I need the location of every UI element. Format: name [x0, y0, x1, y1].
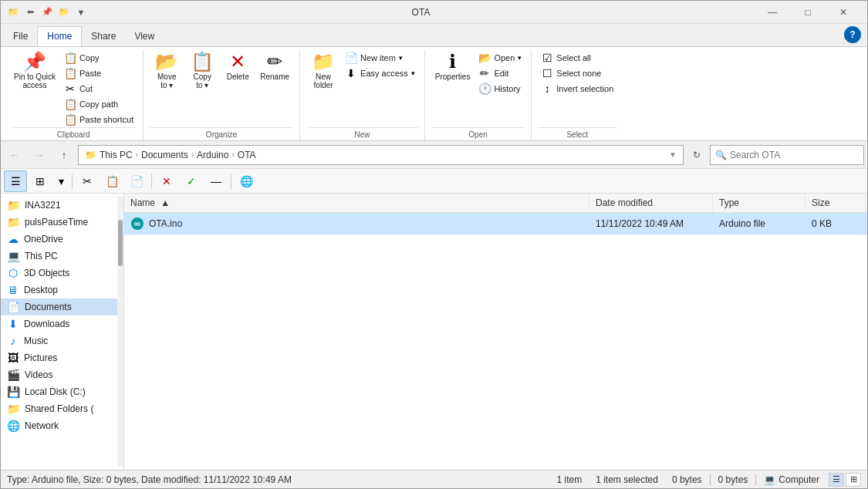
easy-access-button[interactable]: ⬇ Easy access ▾: [342, 66, 418, 81]
header-name[interactable]: Name ▲: [124, 194, 589, 212]
copy-button[interactable]: 📋 Copy: [61, 50, 137, 66]
sidebar-item-localc[interactable]: 💾 Local Disk (C:): [1, 383, 117, 400]
edit-icon: ✏: [478, 67, 491, 79]
copy-path-button[interactable]: 📋 Copy path: [61, 96, 137, 112]
up-button[interactable]: ↑: [53, 144, 75, 166]
addr-dropdown[interactable]: ▼: [669, 150, 677, 159]
view-paste-button[interactable]: 📄: [125, 170, 148, 192]
header-size[interactable]: Size: [806, 194, 867, 212]
sidebar-item-3dobjects[interactable]: ⬡ 3D Objects: [1, 265, 117, 282]
status-size: 0 bytes: [672, 474, 702, 485]
sidebar-scrollbar[interactable]: [117, 197, 123, 467]
view-minus-button[interactable]: —: [204, 170, 228, 192]
history-button[interactable]: 🕐 History: [475, 81, 525, 96]
rename-button[interactable]: ✏ Rename: [256, 50, 293, 83]
back-button[interactable]: ←: [4, 144, 25, 166]
status-computer: Computer: [778, 474, 819, 485]
window-controls: — □ ✕: [755, 1, 861, 24]
maximize-button[interactable]: □: [790, 1, 826, 24]
tab-home[interactable]: Home: [37, 26, 82, 46]
open-content: ℹ Properties 📂 Open ▾ ✏ Edit 🕐 History: [431, 50, 525, 127]
tab-file[interactable]: File: [4, 26, 37, 46]
refresh-button[interactable]: ↻: [687, 145, 707, 165]
properties-button[interactable]: ℹ Properties: [431, 50, 475, 83]
view-cut-button[interactable]: ✂: [76, 170, 99, 192]
edit-button[interactable]: ✏ Edit: [475, 66, 525, 81]
invert-selection-button[interactable]: ↕ Invert selection: [538, 81, 616, 96]
dropdown-icon[interactable]: ▼: [75, 6, 87, 19]
status-right-size: 0 bytes: [718, 474, 748, 485]
header-type[interactable]: Type: [713, 194, 806, 212]
pictures-icon: 🖼: [7, 352, 19, 364]
sidebar-item-pulspausetime[interactable]: 📁 pulsPauseTime: [1, 214, 117, 231]
sidebar-item-desktop[interactable]: 🖥 Desktop: [1, 282, 117, 298]
paste-button[interactable]: 📋 Paste: [61, 66, 137, 81]
delete-button[interactable]: ✕ Delete: [221, 50, 255, 83]
view-delete-button[interactable]: ✕: [155, 170, 178, 192]
sidebar-item-music[interactable]: ♪ Music: [1, 332, 117, 349]
view-check-button[interactable]: ✓: [180, 170, 203, 192]
addr-sep2: ›: [191, 150, 194, 159]
sidebar-item-shared[interactable]: 📁 Shared Folders (: [1, 400, 117, 417]
sidebar-item-thispc[interactable]: 💻 This PC: [1, 248, 117, 265]
shared-icon: 📁: [7, 403, 20, 415]
search-box[interactable]: 🔍: [710, 145, 864, 165]
sidebar-item-onedrive[interactable]: ☁ OneDrive: [1, 231, 117, 248]
status-divider-2: [755, 474, 756, 485]
search-input[interactable]: [730, 150, 859, 160]
new-col: 📄 New item ▾ ⬇ Easy access ▾: [342, 50, 418, 81]
tab-share[interactable]: Share: [82, 26, 125, 46]
sidebar-item-ina3221[interactable]: 📁 INA3221: [1, 197, 117, 214]
select-all-button[interactable]: ☑ Select all: [538, 50, 616, 66]
sidebar-item-pictures[interactable]: 🖼 Pictures: [1, 349, 117, 366]
sidebar-item-downloads[interactable]: ⬇ Downloads: [1, 315, 117, 332]
ribbon-tabs: File Home Share View ?: [1, 24, 867, 47]
close-button[interactable]: ✕: [826, 1, 861, 24]
file-cell-type: Arduino file: [713, 213, 806, 234]
sidebar-scroll-thumb[interactable]: [118, 220, 123, 266]
computer-icon: 💻: [7, 250, 20, 262]
quick-access-icon[interactable]: ⬅: [24, 6, 36, 19]
svg-text:∞: ∞: [134, 218, 141, 229]
status-view-buttons: ☰ ⊞: [829, 473, 861, 487]
sidebar-item-network[interactable]: 🌐 Network: [1, 417, 117, 434]
help-button[interactable]: ?: [844, 26, 861, 43]
cut-button[interactable]: ✂ Cut: [61, 81, 137, 96]
view-globe-button[interactable]: 🌐: [235, 170, 258, 192]
open-icon: 📂: [478, 52, 491, 64]
view-copy-button[interactable]: 📋: [100, 170, 123, 192]
view-dropdown-button[interactable]: ▾: [53, 170, 69, 192]
pin-to-quick-access-button[interactable]: 📌 Pin to Quickaccess: [10, 50, 59, 92]
file-cell-name: ∞ OTA.ino: [124, 213, 589, 234]
copy-label: Copy: [79, 53, 100, 62]
move-to-button[interactable]: 📂 Moveto ▾: [150, 50, 184, 92]
history-icon: 🕐: [478, 83, 491, 95]
paste-shortcut-button[interactable]: 📋 Paste shortcut: [61, 112, 137, 127]
sidebar-label: Local Disk (C:): [25, 386, 86, 397]
open-button[interactable]: 📂 Open ▾: [475, 50, 525, 66]
paste-shortcut-label: Paste shortcut: [79, 115, 133, 124]
sidebar-item-videos[interactable]: 🎬 Videos: [1, 366, 117, 383]
sidebar-label: OneDrive: [24, 234, 63, 244]
select-none-button[interactable]: ☐ Select none: [538, 66, 616, 81]
sidebar-label: INA3221: [25, 200, 61, 211]
status-view-list[interactable]: ☰: [829, 473, 844, 487]
new-folder-button[interactable]: 📁 Newfolder: [306, 50, 340, 92]
tab-view[interactable]: View: [125, 26, 164, 46]
file-row[interactable]: ∞ OTA.ino 11/11/2022 10:49 AM Arduino fi…: [124, 213, 867, 235]
folder-icon: 📁: [7, 199, 20, 211]
copy-to-button[interactable]: 📋 Copyto ▾: [185, 50, 219, 92]
view-preview-button[interactable]: ⊞: [29, 170, 52, 192]
minimize-button[interactable]: —: [755, 1, 790, 24]
address-box[interactable]: 📁 This PC › Documents › Arduino › OTA ▼: [78, 145, 684, 165]
header-date[interactable]: Date modified: [589, 194, 713, 212]
folder-icon[interactable]: 📁: [58, 6, 70, 19]
status-view-grid[interactable]: ⊞: [846, 473, 861, 487]
forward-button[interactable]: →: [29, 144, 50, 166]
pin-icon[interactable]: 📌: [41, 6, 53, 19]
new-item-button[interactable]: 📄 New item ▾: [342, 50, 418, 66]
sidebar-item-documents[interactable]: 📄 Documents: [1, 298, 117, 315]
view-details-button[interactable]: ☰: [4, 170, 27, 192]
move-label: Moveto ▾: [157, 73, 176, 89]
new-item-label: New item: [360, 53, 396, 62]
